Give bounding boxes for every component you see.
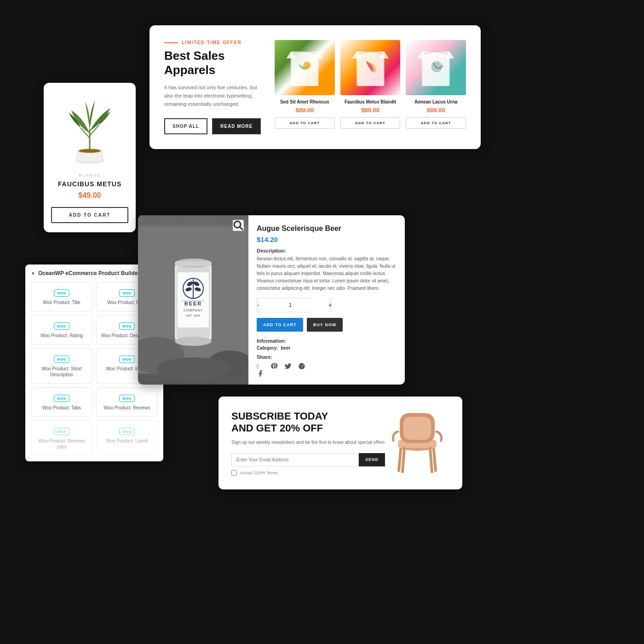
beer-share-section: Share:  (257, 354, 397, 372)
svg-line-39 (240, 227, 243, 230)
beer-zoom-icon[interactable] (233, 220, 244, 231)
beer-add-to-cart-button[interactable]: ADD TO CART (257, 318, 303, 332)
beer-share-icons:  (257, 362, 397, 372)
svg-point-21 (156, 357, 230, 380)
beer-description-label: Description: (257, 248, 397, 253)
best-sales-tag-text: LIMITED TIME OFFER (182, 40, 242, 45)
product-col-1: Sed Sit Amet Rhoncus $89.00 ADD TO CART (275, 40, 335, 134)
best-sales-tag: LIMITED TIME OFFER (164, 40, 264, 45)
woo-badge: woo (119, 395, 135, 402)
subscribe-chair-image (385, 413, 449, 473)
plant-card-price: $49.00 (51, 191, 128, 200)
product-price-1: $89.00 (275, 107, 335, 114)
svg-text:COMPANY: COMPANY (184, 309, 203, 312)
woo-badge: woo (119, 289, 135, 297)
pinterest-icon[interactable] (270, 362, 280, 372)
best-sales-card: LIMITED TIME OFFER Best Sales Apparels I… (150, 25, 481, 149)
svg-point-43 (303, 364, 304, 365)
product-name-3: Aenean Lacus Urna (406, 99, 466, 105)
subscribe-gdpr-label: Accept GDPR Terms (240, 471, 278, 475)
beer-action-buttons: ADD TO CART BUY NOW (257, 318, 397, 332)
svg-point-42 (302, 366, 303, 366)
svg-point-40 (299, 363, 305, 369)
beer-category-row: Category: beer (257, 345, 397, 351)
subscribe-gdpr-checkbox[interactable] (231, 470, 237, 476)
svg-point-10 (303, 62, 310, 69)
reddit-icon[interactable] (298, 362, 307, 372)
best-sales-buttons: SHOP ALL READ MORE (164, 118, 264, 134)
subscribe-gdpr: Accept GDPR Terms (231, 470, 385, 476)
read-more-button[interactable]: READ MORE (212, 118, 261, 134)
subscribe-send-button[interactable]: SEND (359, 453, 385, 466)
best-sales-products: Sed Sit Amet Rhoncus $89.00 ADD TO CART … (275, 40, 466, 134)
twitter-icon[interactable] (284, 362, 293, 372)
subscribe-left: SUBSCRIBE TODAYAND GET 20% OFF Sign up o… (231, 410, 385, 476)
builder-item-label: Woo Product: Reviews (tab) (35, 438, 88, 450)
subscribe-email-input[interactable] (231, 453, 359, 466)
builder-item-label: Woo Product: Tabs (35, 405, 88, 411)
builder-item-title[interactable]: woo Woo Product: Title (31, 282, 92, 311)
beer-product-detail: BEER COMPANY EST · 2015 Augue Scelerisqu… (138, 215, 405, 385)
product-add-to-cart-button-1[interactable]: ADD TO CART (275, 117, 335, 129)
woo-badge: woo (54, 356, 69, 363)
builder-item-tabs[interactable]: woo Woo Product: Tabs (31, 387, 92, 417)
beer-product-image-side: BEER COMPANY EST · 2015 (138, 215, 248, 385)
best-sales-left: LIMITED TIME OFFER Best Sales Apparels I… (164, 40, 275, 134)
builder-item-upsell[interactable]: woo Woo Product: Upsell (96, 420, 158, 456)
beer-category-value: beer (281, 345, 290, 351)
woo-badge: woo (119, 428, 135, 435)
subscribe-input-row: SEND (231, 453, 385, 466)
subscribe-card: SUBSCRIBE TODAYAND GET 20% OFF Sign up o… (218, 397, 462, 489)
beer-quantity-control: - + (257, 298, 312, 312)
svg-point-41 (300, 366, 301, 366)
builder-item-short-description[interactable]: woo Woo Product: Short Description (31, 348, 92, 384)
beer-product-info: Augue Scelerisque Beer $14.20 Descriptio… (248, 215, 405, 385)
svg-point-3 (79, 149, 101, 153)
builder-item-label: Woo Product: Reviews (100, 405, 154, 411)
beer-information-label: Information: (257, 338, 397, 344)
beer-buy-now-button[interactable]: BUY NOW (307, 318, 343, 332)
svg-line-44 (399, 445, 401, 471)
svg-rect-49 (403, 417, 431, 440)
woo-badge: woo (54, 289, 69, 297)
plant-product-card: PLANTS FAUCIBUS METUS $49.00 ADD TO CART (44, 83, 136, 232)
product-col-2: Faucibus Metus Blandit $89.00 ADD TO CAR… (340, 40, 401, 134)
svg-point-26 (175, 337, 212, 346)
woo-badge: woo (119, 356, 135, 363)
beer-qty-plus-button[interactable]: + (328, 298, 332, 312)
svg-rect-25 (175, 261, 212, 266)
builder-item-reviews-tab[interactable]: woo Woo Product: Reviews (tab) (31, 420, 92, 456)
product-image-2 (340, 40, 401, 95)
beer-description-text: Aenean lectus elit, fermentum non, conva… (257, 255, 397, 292)
svg-line-50 (402, 448, 404, 472)
builder-item-label: Woo Product: Title (35, 299, 88, 305)
product-name-2: Faucibus Metus Blandit (340, 99, 401, 105)
beer-product-price: $14.20 (257, 236, 397, 243)
product-add-to-cart-button-2[interactable]: ADD TO CART (340, 117, 401, 129)
product-add-to-cart-button-3[interactable]: ADD TO CART (406, 117, 466, 129)
tag-line-decoration (164, 42, 178, 43)
product-price-2: $89.00 (340, 107, 401, 114)
plant-add-to-cart-button[interactable]: ADD TO CART (51, 207, 128, 223)
subscribe-title: SUBSCRIBE TODAYAND GET 20% OFF (231, 410, 385, 435)
svg-text:EST · 2015: EST · 2015 (186, 314, 201, 317)
product-name-1: Sed Sit Amet Rhoncus (275, 99, 335, 105)
beer-qty-input[interactable] (259, 298, 328, 312)
builder-item-label: Woo Product: Upsell (100, 438, 154, 444)
shop-all-button[interactable]: SHOP ALL (164, 118, 207, 134)
plant-card-title: FAUCIBUS METUS (51, 180, 128, 188)
subscribe-subtitle: Sign up our weekly newsletters and be th… (231, 439, 385, 446)
builder-panel-title: OceanWP eCommerce Product Builder (38, 270, 140, 276)
woo-badge: woo (54, 428, 69, 435)
plant-card-category: PLANTS (51, 173, 128, 178)
best-sales-description: It has survived not only five centuries,… (164, 84, 264, 108)
plant-card-image (58, 92, 122, 166)
beer-description-section: Description: Aenean lectus elit, ferment… (257, 248, 397, 292)
beer-information-section: Information: Category: beer (257, 338, 397, 351)
builder-item-rating[interactable]: woo Woo Product: Rating (31, 315, 92, 345)
builder-item-label: Woo Product: Rating (35, 333, 88, 339)
facebook-icon[interactable]:  (257, 362, 266, 372)
product-image-1 (275, 40, 335, 95)
svg-line-45 (433, 445, 436, 471)
builder-item-reviews[interactable]: woo Woo Product: Reviews (96, 387, 158, 417)
